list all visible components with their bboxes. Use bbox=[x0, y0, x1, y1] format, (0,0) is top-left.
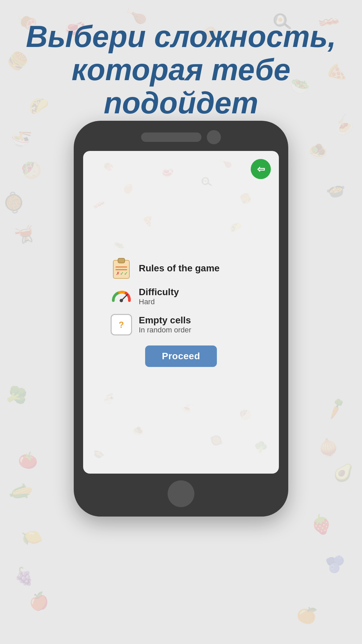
phone-home-button[interactable] bbox=[168, 480, 194, 507]
phone-top-bar bbox=[141, 130, 221, 144]
svg-text:✓: ✓ bbox=[124, 271, 128, 276]
empty-cells-menu-item[interactable]: ? Empty cells In random order bbox=[111, 314, 191, 335]
menu-container: ✗ ✓ ✓ Rules of the game bbox=[111, 258, 251, 367]
svg-text:✗: ✗ bbox=[116, 271, 120, 276]
phone-body: 🍖 🥩 🍗 🥚 🍳 🥓 🍔 🍕 🌮 🥗 🍜 🍝 🥙 🧆 🥘 🍲 🥦 bbox=[74, 121, 288, 517]
empty-cells-icon: ? bbox=[111, 314, 132, 335]
main-title-container: Выбери сложность, которая тебе подойдет bbox=[0, 20, 362, 120]
rules-text: Rules of the game bbox=[139, 263, 220, 274]
phone-screen: 🍖 🥩 🍗 🥚 🍳 🥓 🍔 🍕 🌮 🥗 🍜 🍝 🥙 🧆 🥘 🍲 🥦 bbox=[83, 151, 279, 474]
phone-wrapper: 🍖 🥩 🍗 🥚 🍳 🥓 🍔 🍕 🌮 🥗 🍜 🍝 🥙 🧆 🥘 🍲 🥦 bbox=[74, 121, 288, 517]
phone-camera bbox=[207, 130, 221, 144]
svg-point-8 bbox=[120, 299, 123, 302]
svg-rect-1 bbox=[118, 258, 125, 263]
rules-title: Rules of the game bbox=[139, 263, 220, 274]
difficulty-icon bbox=[111, 286, 132, 307]
difficulty-menu-item[interactable]: Difficulty Hard bbox=[111, 286, 179, 307]
rules-icon: ✗ ✓ ✓ bbox=[111, 258, 132, 279]
difficulty-value: Hard bbox=[139, 298, 179, 306]
svg-text:?: ? bbox=[119, 320, 124, 330]
difficulty-text: Difficulty Hard bbox=[139, 287, 179, 306]
main-title: Выбери сложность, которая тебе подойдет bbox=[20, 20, 342, 120]
phone-speaker bbox=[141, 132, 201, 142]
empty-cells-text: Empty cells In random order bbox=[139, 315, 191, 334]
difficulty-title: Difficulty bbox=[139, 287, 179, 298]
back-arrow-icon: ⇦ bbox=[257, 164, 265, 175]
svg-text:✓: ✓ bbox=[120, 271, 124, 276]
rules-menu-item[interactable]: ✗ ✓ ✓ Rules of the game bbox=[111, 258, 220, 279]
empty-cells-value: In random order bbox=[139, 326, 191, 334]
back-button[interactable]: ⇦ bbox=[251, 159, 271, 179]
proceed-button[interactable]: Proceed bbox=[145, 345, 217, 367]
empty-cells-title: Empty cells bbox=[139, 315, 191, 326]
